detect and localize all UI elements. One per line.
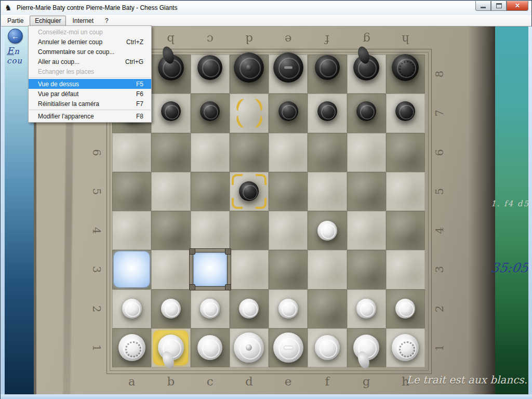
square-c4[interactable] bbox=[191, 211, 230, 250]
square-b5[interactable] bbox=[151, 172, 190, 211]
origin-chevron-icon bbox=[234, 98, 248, 114]
piece-black-king-e8[interactable] bbox=[273, 52, 303, 83]
window-bottom-border bbox=[1, 394, 532, 399]
piece-white-knight-g1[interactable] bbox=[353, 335, 379, 361]
piece-white-rook-a1[interactable] bbox=[118, 334, 145, 361]
menu-item-8[interactable]: Modifier l'apparenceF8 bbox=[29, 111, 151, 121]
rank-label-right-8: 8 bbox=[420, 65, 459, 83]
clock-timer: 35:05 bbox=[475, 260, 528, 275]
back-button[interactable]: ← bbox=[8, 29, 23, 44]
menu-item-7[interactable]: Réinitialiser la caméraF7 bbox=[29, 99, 151, 109]
menu-item-3[interactable]: Aller au coup...Ctrl+G bbox=[29, 57, 151, 66]
app-knight-icon: ♞ bbox=[5, 3, 11, 12]
piece-black-pawn-g7[interactable] bbox=[356, 101, 376, 121]
square-a4[interactable] bbox=[112, 211, 151, 250]
piece-black-pawn-f7[interactable] bbox=[317, 101, 337, 121]
piece-white-knight-b1[interactable] bbox=[158, 335, 184, 361]
menu-item-6[interactable]: Vue par défautF6 bbox=[29, 89, 151, 99]
menubar-item-partie[interactable]: Partie bbox=[2, 16, 29, 26]
menu-item-0: Conseillez-moi un coup bbox=[29, 27, 151, 37]
square-a6[interactable] bbox=[112, 133, 151, 172]
square-g5[interactable] bbox=[347, 172, 386, 211]
square-b4[interactable] bbox=[151, 211, 190, 250]
piece-white-pawn-d2[interactable] bbox=[239, 299, 259, 318]
piece-black-pawn-h7[interactable] bbox=[395, 101, 415, 121]
piece-white-rook-h1[interactable] bbox=[392, 334, 419, 361]
maximize-button[interactable] bbox=[491, 1, 507, 11]
square-c5[interactable] bbox=[191, 172, 230, 211]
window-left-border bbox=[1, 26, 5, 394]
rank-label-left-6: 6 bbox=[77, 143, 116, 161]
menubar-item-echiquier[interactable]: Echiquier bbox=[30, 16, 66, 26]
file-label-top-d: d bbox=[230, 32, 269, 47]
piece-black-knight-b8[interactable] bbox=[158, 55, 184, 81]
piece-white-bishop-f1[interactable] bbox=[315, 335, 340, 360]
turn-indicator-text: Le trait est aux blancs. bbox=[397, 374, 527, 386]
piece-black-bishop-f8[interactable] bbox=[315, 55, 340, 80]
piece-white-king-e1[interactable] bbox=[273, 332, 303, 363]
square-e6[interactable] bbox=[269, 133, 308, 172]
square-e4[interactable] bbox=[269, 211, 308, 250]
piece-white-pawn-h2[interactable] bbox=[395, 299, 415, 318]
square-d3[interactable] bbox=[230, 250, 269, 289]
file-label-bottom-b: b bbox=[151, 374, 190, 389]
square-c6[interactable] bbox=[191, 133, 230, 172]
square-f2[interactable] bbox=[308, 289, 347, 328]
square-h5[interactable] bbox=[386, 172, 425, 211]
window-controls: ✕ bbox=[475, 1, 528, 11]
file-label-bottom-g: g bbox=[347, 374, 386, 389]
piece-white-bishop-c1[interactable] bbox=[197, 335, 222, 360]
menu-item-2[interactable]: Commentaire sur ce coup... bbox=[29, 47, 151, 57]
menubar-item-help[interactable]: ? bbox=[100, 16, 114, 26]
square-b6[interactable] bbox=[151, 133, 190, 172]
square-g3[interactable] bbox=[347, 250, 386, 289]
piece-black-knight-g8[interactable] bbox=[353, 55, 379, 81]
menu-bar: Partie Echiquier Internet ? bbox=[1, 15, 531, 26]
piece-black-bishop-c8[interactable] bbox=[197, 55, 222, 80]
file-label-top-h: h bbox=[386, 32, 425, 47]
piece-black-queen-d8[interactable] bbox=[234, 52, 264, 83]
close-button[interactable]: ✕ bbox=[507, 1, 528, 11]
piece-black-pawn-d5[interactable] bbox=[239, 181, 259, 201]
piece-black-pawn-b7[interactable] bbox=[161, 101, 181, 121]
square-a5[interactable] bbox=[112, 172, 151, 211]
piece-white-pawn-b2[interactable] bbox=[161, 299, 181, 318]
file-label-top-c: c bbox=[191, 32, 230, 47]
piece-black-pawn-c7[interactable] bbox=[200, 101, 220, 121]
move-list-panel bbox=[495, 26, 528, 394]
piece-black-rook-h8[interactable] bbox=[392, 54, 419, 81]
piece-white-pawn-g2[interactable] bbox=[356, 299, 376, 318]
square-f3[interactable] bbox=[308, 250, 347, 289]
origin-chevron-icon bbox=[250, 113, 264, 129]
piece-white-pawn-a2[interactable] bbox=[122, 299, 142, 318]
square-e3[interactable] bbox=[269, 250, 308, 289]
menu-item-5[interactable]: Vue de dessusF5 bbox=[29, 79, 151, 89]
square-h6[interactable] bbox=[386, 133, 425, 172]
piece-white-pawn-e2[interactable] bbox=[278, 299, 298, 318]
rank-label-left-4: 4 bbox=[77, 222, 116, 240]
piece-white-pawn-f4[interactable] bbox=[317, 221, 337, 241]
move-list-text: 1. f4 d5 bbox=[481, 199, 528, 208]
square-h3[interactable] bbox=[386, 250, 425, 289]
square-f5[interactable] bbox=[308, 172, 347, 211]
square-g6[interactable] bbox=[347, 133, 386, 172]
square-e5[interactable] bbox=[269, 172, 308, 211]
menubar-item-internet[interactable]: Internet bbox=[67, 16, 99, 26]
minimize-icon bbox=[481, 7, 486, 8]
square-d6[interactable] bbox=[230, 133, 269, 172]
menu-item-1[interactable]: Annuler le dernier coupCtrl+Z bbox=[29, 37, 151, 47]
rank-label-left-2: 2 bbox=[77, 300, 116, 317]
square-b3[interactable] bbox=[151, 250, 190, 289]
piece-black-pawn-e7[interactable] bbox=[278, 101, 298, 121]
move-target-highlight bbox=[112, 250, 151, 289]
square-g4[interactable] bbox=[347, 211, 386, 250]
board-right-shadow bbox=[468, 26, 495, 394]
square-d4[interactable] bbox=[230, 211, 269, 250]
square-h4[interactable] bbox=[386, 211, 425, 250]
square-f6[interactable] bbox=[308, 133, 347, 172]
close-icon: ✕ bbox=[515, 2, 520, 9]
piece-white-pawn-c2[interactable] bbox=[200, 299, 220, 318]
piece-white-queen-d1[interactable] bbox=[234, 332, 264, 363]
minimize-button[interactable] bbox=[475, 1, 491, 11]
title-bar[interactable]: ♞ Pierre-Marie Baty contre Pierre-Marie … bbox=[1, 1, 531, 16]
